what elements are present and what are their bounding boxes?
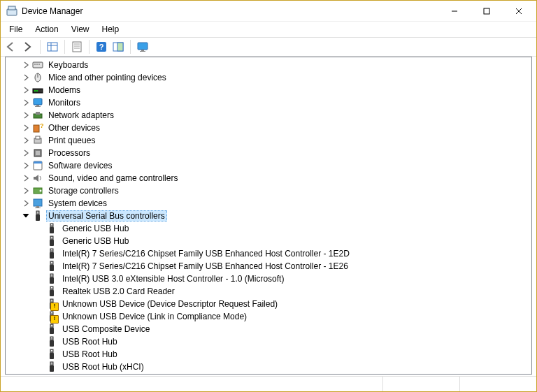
- tree-item-label: USB Composite Device: [60, 324, 152, 335]
- menu-help[interactable]: Help: [96, 23, 125, 36]
- menu-view[interactable]: View: [66, 23, 95, 36]
- usb-icon: [46, 223, 57, 234]
- printer-icon: [32, 135, 43, 146]
- statusbar: [1, 376, 536, 391]
- toolbar-separator: [64, 40, 65, 54]
- tree-item-usb-device[interactable]: Intel(R) USB 3.0 eXtensible Host Control…: [6, 273, 531, 285]
- tree-item-network[interactable]: Network adapters: [6, 109, 531, 122]
- tree-item-label: Other devices: [46, 122, 102, 133]
- usb-icon: [46, 235, 57, 247]
- back-button[interactable]: [3, 39, 19, 55]
- tree-item-modem[interactable]: Modems: [6, 84, 531, 96]
- toolbar-separator: [130, 40, 131, 54]
- app-icon: [6, 6, 17, 17]
- expand-icon[interactable]: [21, 60, 31, 70]
- menu-file[interactable]: File: [3, 23, 28, 36]
- view-display-button[interactable]: [135, 39, 150, 55]
- tree-item-label: Processors: [46, 147, 92, 159]
- maximize-button[interactable]: [471, 1, 503, 22]
- forward-button[interactable]: [20, 39, 36, 55]
- tree-item-other[interactable]: Other devices: [6, 122, 531, 134]
- tree-item-software[interactable]: Software devices: [6, 159, 531, 172]
- tree-item-usb-controllers[interactable]: Universal Serial Bus controllers: [6, 210, 531, 222]
- software-icon: [32, 160, 43, 171]
- close-button[interactable]: [503, 1, 535, 22]
- tree-item-monitor[interactable]: Monitors: [6, 96, 531, 109]
- tree-item-label: Sound, video and game controllers: [46, 173, 180, 184]
- tree-item-mouse[interactable]: Mice and other pointing devices: [6, 71, 531, 84]
- menu-action[interactable]: Action: [29, 23, 64, 36]
- tree-item-usb-device[interactable]: USB Root Hub: [6, 348, 531, 361]
- tree-item-storage[interactable]: Storage controllers: [6, 184, 531, 197]
- tree-item-usb-device[interactable]: Generic USB Hub: [6, 222, 531, 235]
- expand-icon[interactable]: [21, 123, 31, 133]
- tree-item-label: Universal Serial Bus controllers: [46, 210, 167, 222]
- status-cell: [382, 377, 459, 391]
- tree-item-label: Storage controllers: [46, 185, 121, 196]
- storage-icon: [32, 185, 43, 196]
- modem-icon: [32, 85, 43, 96]
- minimize-button[interactable]: [438, 1, 471, 22]
- expand-icon[interactable]: [21, 161, 31, 170]
- usb-warn-icon: [46, 311, 57, 322]
- network-icon: [32, 110, 43, 121]
- expand-icon[interactable]: [21, 73, 31, 82]
- expand-icon[interactable]: [21, 186, 31, 196]
- usb-icon: [46, 361, 57, 372]
- tree-item-label: Network adapters: [46, 110, 116, 121]
- usb-icon: [46, 286, 57, 297]
- tree-item-label: USB Root Hub: [60, 349, 120, 360]
- tree-item-system[interactable]: System devices: [6, 197, 531, 210]
- other-icon: [32, 122, 43, 133]
- properties-button[interactable]: [69, 39, 85, 55]
- expand-icon[interactable]: [21, 148, 31, 158]
- expand-icon[interactable]: [21, 198, 31, 208]
- usb-icon: [46, 273, 57, 284]
- tree-item-label: System devices: [46, 198, 109, 209]
- keyboard-icon: [32, 59, 43, 71]
- show-hide-tree-button[interactable]: [45, 39, 60, 55]
- tree-item-usb-device[interactable]: Intel(R) 7 Series/C216 Chipset Family US…: [6, 247, 531, 260]
- tree-item-usb-device[interactable]: Generic USB Hub: [6, 235, 531, 247]
- usb-icon: [32, 210, 43, 222]
- expand-icon[interactable]: [21, 173, 31, 183]
- collapse-icon[interactable]: [21, 211, 31, 221]
- tree-item-printer[interactable]: Print queues: [6, 134, 531, 147]
- usb-icon: [46, 248, 57, 259]
- tree-item-usb-device[interactable]: USB Composite Device: [6, 323, 531, 335]
- sound-icon: [32, 173, 43, 184]
- tree-item-label: Modems: [46, 85, 83, 96]
- tree-item-label: Unknown USB Device (Link in Compliance M…: [60, 311, 249, 322]
- tree-item-label: Mice and other pointing devices: [46, 72, 169, 83]
- tree-item-label: Intel(R) 7 Series/C216 Chipset Family US…: [60, 261, 350, 272]
- tree-item-usb-device[interactable]: Intel(R) 7 Series/C216 Chipset Family US…: [6, 260, 531, 273]
- toolbar: [1, 37, 536, 57]
- expand-icon[interactable]: [21, 85, 31, 95]
- tree-item-label: Intel(R) USB 3.0 eXtensible Host Control…: [60, 273, 286, 284]
- tree-item-label: Monitors: [46, 97, 83, 108]
- usb-warn-icon: [46, 298, 57, 310]
- system-icon: [32, 198, 43, 209]
- tree-item-label: Generic USB Hub: [60, 235, 131, 247]
- tree-item-usb-device[interactable]: USB Root Hub (xHCI): [6, 361, 531, 373]
- action-pane-button[interactable]: [110, 39, 126, 55]
- expand-icon[interactable]: [21, 110, 31, 120]
- device-tree[interactable]: Keyboards Mice and other pointing device…: [5, 57, 532, 375]
- help-button[interactable]: [94, 39, 109, 55]
- tree-item-usb-device[interactable]: Realtek USB 2.0 Card Reader: [6, 285, 531, 298]
- monitor-icon: [32, 97, 43, 108]
- tree-item-label: Unknown USB Device (Device Descriptor Re…: [60, 298, 280, 310]
- tree-item-usb-device[interactable]: Unknown USB Device (Device Descriptor Re…: [6, 298, 531, 310]
- menubar: File Action View Help: [1, 22, 536, 37]
- tree-item-label: Realtek USB 2.0 Card Reader: [60, 286, 177, 297]
- toolbar-separator: [40, 40, 41, 54]
- tree-item-processor[interactable]: Processors: [6, 147, 531, 159]
- tree-item-sound[interactable]: Sound, video and game controllers: [6, 172, 531, 184]
- expand-icon[interactable]: [21, 136, 31, 145]
- tree-item-usb-device[interactable]: Unknown USB Device (Link in Compliance M…: [6, 310, 531, 323]
- tree-item-label: Software devices: [46, 160, 114, 171]
- tree-item-usb-device[interactable]: USB Root Hub: [6, 335, 531, 348]
- tree-item-keyboard[interactable]: Keyboards: [6, 59, 531, 71]
- processor-icon: [32, 147, 43, 159]
- expand-icon[interactable]: [21, 98, 31, 108]
